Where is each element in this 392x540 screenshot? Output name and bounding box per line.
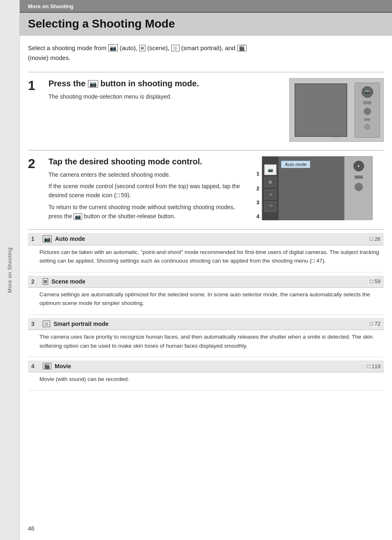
mode-row-scene: 2 ⊞ Scene mode □ 59 Camera settings are … [28, 272, 384, 315]
step-1-number: 1 [28, 78, 48, 92]
portrait-icon: ☺ [43, 321, 50, 327]
camera-right-side: ● [344, 157, 372, 220]
camera-right-body: 📷 [355, 83, 380, 138]
step-1-heading: Press the 📷 button in shooting mode. [48, 78, 283, 89]
mode-auto-icon: 📷 [264, 164, 277, 175]
movie-mode-page: □ 119 [367, 363, 380, 369]
mode-row-portrait: 3 ☺ Smart portrait mode □ 72 The camera … [28, 315, 384, 357]
camera-small-button-3 [364, 118, 371, 121]
mode-number-1: 1 [256, 166, 259, 182]
camera-screen [295, 83, 347, 137]
movie-icon: 🎬 [43, 363, 51, 369]
mode-label-auto: 1 📷 Auto mode [31, 235, 85, 242]
section-header: More on Shooting [20, 0, 392, 13]
auto-icon: 📷 [43, 235, 52, 242]
sidebar-label: More on Shooting [7, 247, 13, 293]
step-2-diagram: 1 2 3 4 [256, 156, 384, 224]
mode-portrait-icon: ☺ [264, 189, 277, 200]
mode-label-portrait: 3 ☺ Smart portrait mode [31, 321, 108, 327]
step-2: 2 Tap the desired shooting mode control.… [28, 150, 384, 224]
portrait-mode-name: Smart portrait mode [53, 321, 108, 327]
modes-reference-table: 1 📷 Auto mode □ 26 Pictures can be taken… [28, 229, 384, 391]
mode-number-2: 2 [256, 182, 259, 196]
movie-mode-name: Movie [55, 363, 71, 369]
step-1-desc: The shooting mode-selection menu is disp… [48, 92, 283, 101]
step-2-desc-3: To return to the current shooting mode w… [48, 203, 250, 221]
mode-number-3: 3 [256, 196, 259, 210]
mode-header-scene: 2 ⊞ Scene mode □ 59 [28, 276, 384, 288]
scene-mode-desc: Camera settings are automatically optimi… [28, 288, 384, 311]
page-number: 46 [28, 525, 35, 532]
mode-label-movie: 4 🎬 Movie [31, 363, 71, 369]
scene-icon: ⊞ [43, 278, 48, 285]
page-footer: 46 [20, 532, 392, 540]
mode-scene-icon: ⊞ [264, 177, 277, 187]
camera-display-screen: 📷 ⊞ ☺ 🎬 Auto mode [262, 157, 344, 220]
mode-panel: 📷 ⊞ ☺ 🎬 [262, 157, 279, 220]
camera-small-button-2 [364, 108, 371, 115]
step-2-desc-2: If the scene mode control (second contro… [48, 182, 250, 200]
camera-tiny-button [364, 124, 370, 130]
main-content: More on Shooting Selecting a Shooting Mo… [20, 0, 392, 540]
content-area: Select a shooting mode from 📷 (auto), ⊞ … [20, 36, 392, 532]
auto-mode-desc: Pictures can be taken with an automatic,… [28, 245, 384, 269]
mode-header-movie: 4 🎬 Movie □ 119 [28, 360, 384, 372]
mode-row-movie: 4 🎬 Movie □ 119 Movie (with sound) can b… [28, 357, 384, 391]
camera-control-2 [355, 183, 363, 191]
portrait-mode-page: □ 72 [370, 321, 380, 327]
mode-header-auto: 1 📷 Auto mode □ 26 [28, 233, 384, 245]
mode-label-scene: 2 ⊞ Scene mode [31, 278, 85, 285]
step-2-heading: Tap the desired shooting mode control. [48, 156, 250, 167]
camera-brand-label: Nikon [332, 136, 341, 140]
section-title: More on Shooting [28, 3, 73, 9]
step-2-body: Tap the desired shooting mode control. T… [48, 156, 384, 224]
mode-number-4: 4 [256, 210, 259, 224]
step-1-body: Press the 📷 button in shooting mode. The… [48, 78, 384, 142]
mode-movie-icon: 🎬 [264, 201, 277, 212]
auto-mode-badge: Auto mode [281, 161, 310, 168]
page-title: Selecting a Shooting Mode [28, 17, 384, 31]
movie-mode-desc: Movie (with sound) can be recorded. [28, 372, 384, 387]
step-2-desc-1: The camera enters the selected shooting … [48, 170, 250, 179]
intro-paragraph: Select a shooting mode from 📷 (auto), ⊞ … [28, 43, 384, 63]
camera-small-button-1 [363, 101, 371, 104]
portrait-mode-desc: The camera uses face priority to recogni… [28, 330, 384, 353]
title-section: Selecting a Shooting Mode [20, 13, 392, 36]
step-1: 1 Press the 📷 button in shooting mode. T… [28, 72, 384, 142]
camera-lens: ● [353, 161, 364, 171]
sidebar: More on Shooting [0, 0, 20, 540]
camera-mode-button: 📷 [362, 86, 373, 98]
mode-row-auto: 1 📷 Auto mode □ 26 Pictures can be taken… [28, 230, 384, 272]
scene-mode-page: □ 59 [370, 278, 380, 284]
scene-mode-name: Scene mode [51, 278, 85, 285]
auto-mode-page: □ 26 [370, 236, 380, 242]
camera-control-1 [355, 175, 363, 179]
step-1-camera-image: 📷 Nikon [289, 78, 384, 142]
auto-mode-name: Auto mode [55, 235, 85, 242]
mode-selection-camera: 📷 ⊞ ☺ 🎬 Auto mode [262, 156, 373, 220]
mode-header-portrait: 3 ☺ Smart portrait mode □ 72 [28, 318, 384, 330]
step-2-number: 2 [28, 156, 48, 224]
